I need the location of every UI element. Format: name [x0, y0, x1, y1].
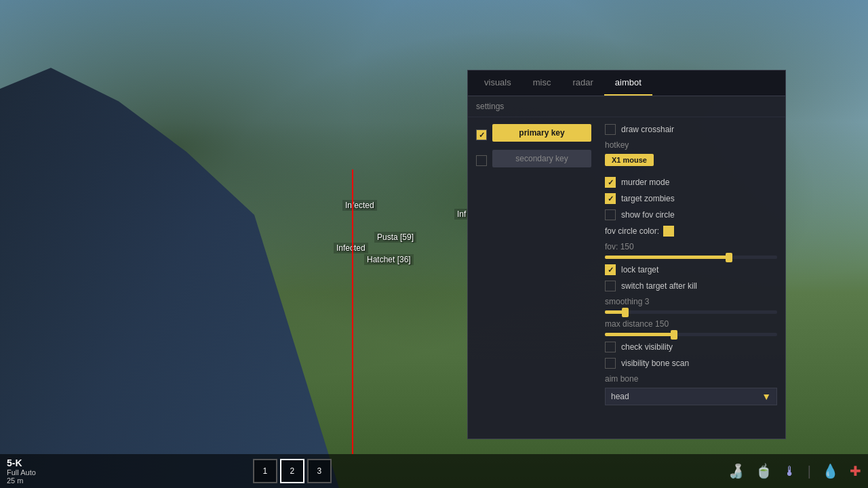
weapon-slot-2[interactable]: 2 [280, 459, 304, 483]
max-distance-label: max distance 150 [605, 319, 777, 329]
panel-body: ✓ primary key secondary key draw crossha… [468, 117, 785, 412]
max-distance-slider-fill [605, 333, 674, 336]
fov-circle-color-row: fov circle color: [605, 226, 777, 237]
tracking-line [352, 169, 353, 454]
fov-slider-track[interactable] [605, 256, 777, 259]
entity-label-infected1: Infected [342, 200, 377, 211]
check-visibility-row: check visibility [605, 342, 777, 352]
tab-misc[interactable]: misc [522, 70, 562, 96]
aim-bone-value: head [611, 392, 629, 401]
temp-icon: 🌡 [783, 464, 797, 479]
key-bindings-col: ✓ primary key secondary key [476, 124, 591, 405]
fov-circle-color-label: fov circle color: [605, 226, 659, 236]
max-distance-slider-track[interactable] [605, 333, 777, 336]
visibility-bone-scan-label: visibility bone scan [621, 359, 689, 368]
health-icon: ✚ [850, 463, 861, 479]
smoothing-label: smoothing 3 [605, 297, 777, 306]
target-zombies-row: target zombies [605, 193, 777, 204]
character-silhouette [0, 68, 339, 488]
secondary-key-button[interactable]: secondary key [492, 150, 591, 167]
murder-mode-checkbox[interactable] [605, 177, 616, 188]
smoothing-slider-track[interactable] [605, 310, 777, 314]
show-fov-circle-checkbox[interactable] [605, 209, 616, 220]
fov-slider-container: fov: 150 [605, 242, 777, 259]
check-visibility-checkbox[interactable] [605, 342, 616, 352]
food-icon: 🍵 [755, 463, 772, 479]
primary-key-button[interactable]: primary key [492, 124, 591, 142]
fov-label: fov: 150 [605, 242, 777, 251]
entity-label-pusta: Pusta [59] [374, 232, 416, 243]
separator-icon: | [808, 464, 811, 479]
options-col: draw crosshair hotkey X1 mouse murder mo… [605, 124, 777, 405]
aim-bone-section: aim bone head ▼ [605, 374, 777, 405]
smoothing-slider-container: smoothing 3 [605, 297, 777, 314]
switch-target-checkbox[interactable] [605, 281, 616, 291]
murder-mode-row: murder mode [605, 177, 777, 188]
hud-bottom-bar: 5-K Full Auto 25 m 1 2 3 🍶 🍵 🌡 | 💧 ✚ [0, 454, 868, 488]
hud-item-icons: 🍶 🍵 🌡 | 💧 ✚ [728, 463, 861, 479]
murder-mode-label: murder mode [621, 178, 669, 187]
aim-bone-dropdown-arrow: ▼ [762, 391, 771, 402]
target-zombies-checkbox[interactable] [605, 193, 616, 204]
fire-mode-display: Full Auto 25 m [7, 468, 36, 485]
hud-ammo-info: 5-K Full Auto 25 m [7, 458, 36, 485]
entity-label-hatchet: Hatchet [36] [364, 254, 414, 265]
primary-key-row: ✓ primary key [476, 124, 591, 146]
smoothing-slider-thumb[interactable] [622, 308, 629, 317]
tab-bar: visuals misc radar aimbot [468, 70, 785, 96]
settings-section-label: settings [468, 96, 785, 117]
aim-bone-dropdown[interactable]: head ▼ [605, 388, 777, 405]
switch-target-label: switch target after kill [621, 281, 697, 291]
weapon-slots: 1 2 3 [253, 459, 332, 483]
lock-target-row: lock target [605, 264, 777, 275]
visibility-bone-scan-row: visibility bone scan [605, 358, 777, 369]
water-icon: 💧 [822, 463, 839, 479]
tab-radar[interactable]: radar [561, 70, 604, 96]
target-zombies-label: target zombies [621, 194, 675, 203]
secondary-key-checkbox[interactable] [476, 155, 487, 166]
aim-bone-label: aim bone [605, 374, 777, 384]
draw-crosshair-row: draw crosshair [605, 124, 777, 135]
settings-panel: visuals misc radar aimbot settings ✓ pri… [467, 70, 786, 439]
show-fov-circle-row: show fov circle [605, 209, 777, 220]
tab-aimbot[interactable]: aimbot [604, 70, 652, 96]
weapon-slot-1[interactable]: 1 [253, 459, 277, 483]
bottle-icon: 🍶 [728, 463, 745, 479]
hotkey-badge[interactable]: X1 mouse [605, 154, 654, 166]
secondary-key-row: secondary key [476, 150, 591, 171]
draw-crosshair-checkbox[interactable] [605, 124, 616, 135]
lock-target-checkbox[interactable] [605, 264, 616, 275]
max-distance-slider-thumb[interactable] [671, 330, 677, 340]
show-fov-circle-label: show fov circle [621, 210, 675, 220]
lock-target-label: lock target [621, 265, 658, 274]
switch-target-row: switch target after kill [605, 281, 777, 291]
ammo-display: 5-K [7, 458, 36, 468]
max-distance-slider-container: max distance 150 [605, 319, 777, 336]
fov-slider-fill [605, 256, 729, 259]
check-visibility-label: check visibility [621, 342, 673, 352]
visibility-bone-scan-checkbox[interactable] [605, 358, 616, 369]
draw-crosshair-label: draw crosshair [621, 125, 674, 134]
hotkey-section-label: hotkey [605, 140, 777, 150]
tab-visuals[interactable]: visuals [473, 70, 522, 96]
weapon-slot-3[interactable]: 3 [307, 459, 332, 483]
entity-label-infected2: Infected [334, 243, 368, 253]
fov-slider-thumb[interactable] [726, 253, 732, 262]
fov-circle-color-swatch[interactable] [663, 226, 674, 237]
primary-key-checkbox[interactable]: ✓ [476, 129, 487, 140]
